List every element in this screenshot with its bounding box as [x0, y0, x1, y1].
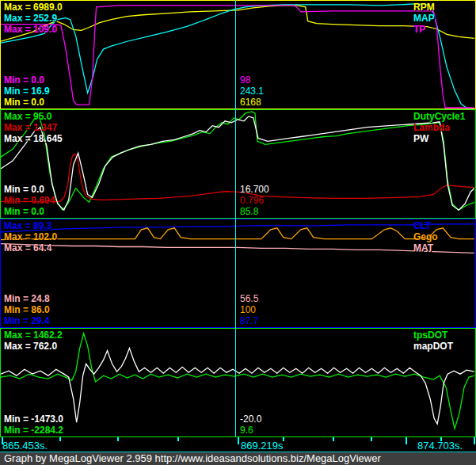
max-label-mapDOT: Max = 762.0	[4, 341, 63, 352]
min-label-MAP: Min = 16.9	[4, 86, 50, 97]
trace-DutyCycle1	[1, 112, 474, 210]
min-label-RPM: Min = 0.0	[4, 97, 50, 108]
chart-panel-1[interactable]: Max = 6989.0Max = 252.9Max = 109.098243.…	[0, 0, 476, 109]
cursor-value-CLT: 87.7	[240, 315, 258, 326]
min-label-MAT: Min = 24.8	[4, 293, 50, 304]
status-text: Graph by MegaLogViewer 2.959 http://www.…	[4, 452, 381, 464]
megalogviewer-graph-window: Max = 6989.0Max = 252.9Max = 109.098243.…	[0, 0, 476, 465]
cursor-value-RPM: 6168	[240, 97, 264, 108]
legend-label-CLT: CLT	[413, 220, 438, 231]
min-label-PW: Min = 0.0	[4, 184, 55, 195]
min-label-mapDOT: Min = -1473.0	[4, 414, 63, 425]
max-label-MAT: Max = 64.4	[4, 242, 57, 253]
min-label-tpsDOT: Min = -2284.2	[4, 425, 63, 436]
cursor-value-stack: 98243.16168	[240, 74, 264, 108]
min-label-stack: Min = 0.0Min = 16.9Min = 0.0	[4, 74, 50, 108]
legend-label-stack: tpsDOTmapDOT	[413, 330, 453, 352]
legend-label-RPM: RPM	[413, 2, 435, 13]
cursor-value-tpsDOT: 9.6	[240, 425, 261, 436]
min-label-Lambda: Min = 0.694	[4, 195, 55, 206]
cursor-value-DutyCycle1: 85.8	[240, 206, 269, 217]
min-label-TP: Min = 0.0	[4, 74, 50, 86]
max-label-CLT: Max = 89.3	[4, 220, 57, 231]
min-label-CLT: Min = 29.4	[4, 315, 50, 326]
trace-TP	[1, 6, 474, 108]
legend-label-stack: DutyCycle1LambdaPW	[413, 111, 465, 144]
legend-label-TP: TP	[413, 24, 435, 35]
axis-tick	[371, 437, 372, 441]
legend-label-MAP: MAP	[413, 13, 435, 24]
time-label-end: 874.703s.	[417, 440, 463, 452]
max-label-stack: Max = 95.0Max = 1.347Max = 18.645	[4, 111, 63, 144]
legend-label-Gego: Gego	[413, 231, 438, 242]
trace-mapDOT	[1, 349, 474, 425]
trace-Gego	[1, 228, 474, 240]
cursor-value-Gego: 100	[240, 304, 258, 315]
max-label-PW: Max = 18.645	[4, 133, 63, 144]
max-label-stack: Max = 1462.2Max = 762.0	[4, 330, 63, 352]
axis-tick	[474, 437, 475, 444]
max-label-tpsDOT: Max = 1462.2	[4, 330, 63, 341]
trace-CLT	[1, 224, 474, 232]
chart-panel-2[interactable]: Max = 95.0Max = 1.347Max = 18.64516.7000…	[0, 109, 476, 219]
legend-label-PW: PW	[413, 133, 465, 144]
min-label-stack: Min = 0.0Min = 0.694Min = 0.0	[4, 184, 55, 217]
axis-tick	[238, 437, 239, 444]
max-label-TP: Max = 109.0	[4, 24, 63, 35]
max-label-RPM: Max = 6989.0	[4, 2, 63, 13]
status-bar: Graph by MegaLogViewer 2.959 http://www.…	[0, 452, 476, 465]
trace-tpsDOT	[1, 334, 474, 429]
legend-label-stack: CLTGegoMAT	[413, 220, 438, 253]
max-label-MAP: Max = 252.9	[4, 13, 63, 24]
legend-label-mapDOT: mapDOT	[413, 341, 453, 352]
min-label-stack: Min = -1473.0Min = -2284.2	[4, 414, 63, 436]
axis-tick	[333, 437, 334, 441]
trace-MAT	[1, 244, 474, 253]
axis-tick	[2, 437, 3, 444]
axis-tick	[406, 437, 407, 444]
max-label-Gego: Max = 102.0	[4, 231, 57, 242]
max-label-stack: Max = 6989.0Max = 252.9Max = 109.0	[4, 2, 63, 35]
cursor-value-MAT: 56.5	[240, 293, 258, 304]
chart-panel-3[interactable]: Max = 89.3Max = 102.0Max = 64.456.510087…	[0, 219, 476, 328]
max-label-stack: Max = 89.3Max = 102.0Max = 64.4	[4, 220, 57, 253]
time-axis: 865.453s. 869.219s 874.703s.	[0, 437, 476, 452]
legend-label-MAT: MAT	[413, 242, 438, 253]
cursor-value-stack: 16.7000.79685.8	[240, 184, 269, 217]
axis-tick	[283, 437, 284, 441]
legend-label-DutyCycle1: DutyCycle1	[413, 111, 465, 122]
cursor-value-TP: 98	[240, 74, 264, 86]
cursor-value-stack: 56.510087.7	[240, 293, 258, 326]
cursor-line[interactable]	[235, 0, 236, 437]
legend-label-Lambda: Lambda	[413, 122, 465, 133]
cursor-value-MAP: 243.1	[240, 86, 264, 97]
min-label-DutyCycle1: Min = 0.0	[4, 206, 55, 217]
legend-label-tpsDOT: tpsDOT	[413, 330, 453, 341]
cursor-value-PW: 16.700	[240, 184, 269, 195]
max-label-Lambda: Max = 1.347	[4, 122, 63, 133]
cursor-value-mapDOT: -20.0	[240, 414, 261, 425]
cursor-value-Lambda: 0.796	[240, 195, 269, 206]
time-label-cursor: 869.219s	[241, 440, 284, 452]
min-label-Gego: Min = 86.0	[4, 304, 50, 315]
axis-tick	[117, 437, 119, 441]
time-label-start: 865.453s.	[2, 440, 48, 452]
cursor-value-stack: -20.09.6	[240, 414, 261, 436]
axis-tick	[440, 437, 442, 441]
axis-tick	[59, 437, 61, 441]
axis-tick	[177, 437, 179, 441]
chart-panel-4[interactable]: Max = 1462.2Max = 762.0-20.09.6Min = -14…	[0, 328, 476, 437]
min-label-stack: Min = 24.8Min = 86.0Min = 29.4	[4, 293, 50, 326]
legend-label-stack: RPMMAPTP	[413, 2, 435, 35]
max-label-DutyCycle1: Max = 95.0	[4, 111, 63, 122]
